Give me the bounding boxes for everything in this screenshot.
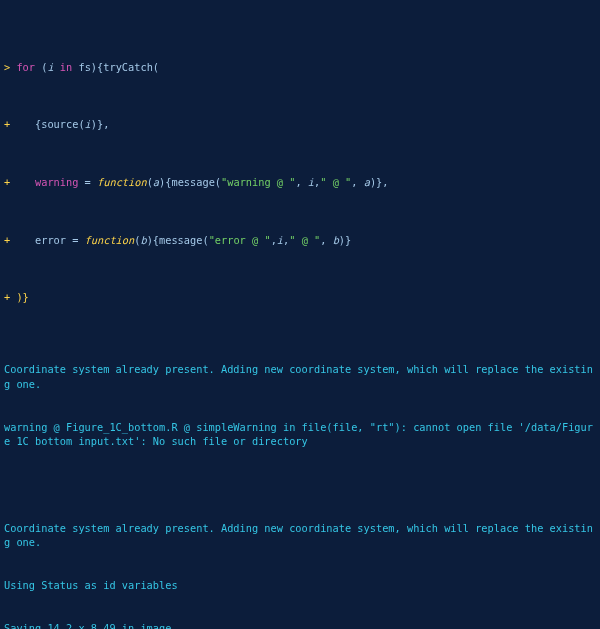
kw-for: for	[16, 61, 35, 73]
input-line-3: + warning = function(a){message("warning…	[4, 175, 596, 189]
blank	[4, 477, 596, 491]
msg-coord-2: Coordinate system already present. Addin…	[4, 521, 596, 550]
input-line-2: + {source(i)},	[4, 117, 596, 131]
r-terminal[interactable]: > for (i in fs){tryCatch( + {source(i)},…	[0, 0, 600, 629]
warn-figure-1c: warning @ Figure_1C_bottom.R @ simpleWar…	[4, 420, 596, 449]
msg-status-1: Using Status as id variables	[4, 578, 596, 592]
input-line-5: + )}	[4, 290, 596, 304]
input-line-4: + error = function(b){message("error @ "…	[4, 233, 596, 247]
input-line-1: > for (i in fs){tryCatch(	[4, 60, 596, 74]
prompt: >	[4, 61, 16, 73]
msg-save-1: Saving 14.2 x 8.49 in image	[4, 621, 596, 629]
msg-coord-1: Coordinate system already present. Addin…	[4, 362, 596, 391]
